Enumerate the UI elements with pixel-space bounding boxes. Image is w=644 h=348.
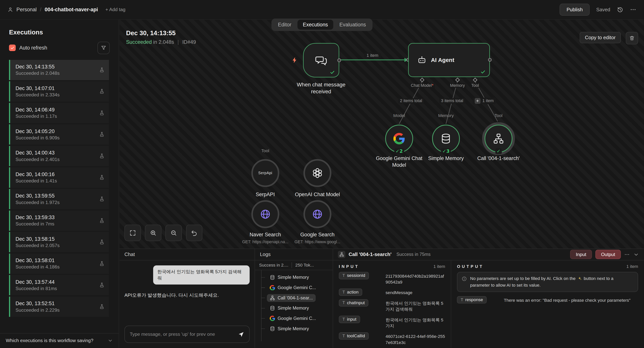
log-entry[interactable]: Simple Memory (255, 324, 330, 334)
flask-icon[interactable] (99, 196, 105, 202)
log-entry[interactable]: Simple Memory (255, 303, 330, 313)
node-ai-agent[interactable]: AI Agent (408, 43, 490, 77)
execution-list-item[interactable]: Dec 30, 13:58:01 Succeeded in 4.186s (9, 254, 109, 274)
executions-sidebar: Executions Auto refresh Dec 30, 14:13:55… (0, 20, 119, 348)
log-entry[interactable]: Google Gemini C... (255, 283, 330, 293)
execution-status: Succeeded in 81ms (16, 286, 57, 291)
undo-button[interactable] (186, 225, 202, 241)
send-icon[interactable] (238, 331, 244, 338)
logs-summary-row[interactable]: Success in 2.... 250 Tok... (255, 260, 333, 270)
node-call-004-1-search[interactable]: ✓ (484, 125, 512, 153)
copy-to-editor-button[interactable]: Copy to editor (580, 32, 621, 43)
execution-status: Succeeded in 2.229s (16, 308, 60, 313)
tab-editor[interactable]: Editor (272, 20, 297, 30)
flask-icon[interactable] (99, 218, 105, 223)
flask-icon[interactable] (99, 261, 105, 267)
input-heading: INPUT (339, 264, 359, 269)
node-when-chat-message-received[interactable] (303, 43, 339, 77)
flask-icon[interactable] (99, 132, 105, 137)
log-entry-selected[interactable]: Call '004-1-sear... (255, 293, 330, 303)
execution-list-item[interactable]: Dec 30, 14:07:01 Succeeded in 2.334s (9, 81, 109, 102)
database-icon (270, 306, 275, 311)
flask-icon[interactable] (99, 282, 105, 288)
execution-list-item[interactable]: Dec 30, 13:58:15 Succeeded in 2.057s (9, 232, 109, 252)
execution-id: ID#49 (182, 39, 196, 45)
breadcrumb-workspace[interactable]: Personal (16, 7, 37, 13)
auto-refresh-checkbox[interactable] (9, 44, 16, 51)
tab-executions[interactable]: Executions (298, 20, 333, 30)
log-entry[interactable]: Google Gemini C... (255, 313, 330, 324)
delete-execution-button[interactable] (626, 32, 638, 44)
flask-icon[interactable] (99, 153, 105, 159)
node-simple-memory[interactable]: ✓3 (432, 125, 460, 153)
sidebar-footer-question[interactable]: Which executions is this workflow saving… (0, 333, 119, 348)
flask-icon[interactable] (99, 174, 105, 180)
execution-list-item[interactable]: Dec 30, 13:52:51 Succeeded in 2.229s (9, 297, 109, 317)
trigger-output-port[interactable] (337, 58, 341, 62)
collapse-chevron-icon[interactable] (633, 252, 639, 257)
chevron-down-icon[interactable] (108, 338, 113, 343)
flask-icon[interactable] (99, 110, 105, 116)
database-icon (270, 275, 275, 280)
chat-message-input[interactable] (130, 332, 234, 337)
workflow-canvas[interactable]: Dec 30, 14:13:55 Succeeded in 2.048s | I… (120, 20, 644, 249)
execution-list-item[interactable]: Dec 30, 14:00:16 Succeeded in 1.41s (9, 167, 109, 187)
tool-port[interactable] (473, 78, 478, 82)
agent-output-port[interactable] (488, 58, 492, 62)
flask-icon[interactable] (99, 67, 105, 73)
execution-date: Dec 30, 14:05:20 (16, 129, 60, 134)
zoom-out-button[interactable] (166, 225, 182, 241)
input-column: INPUT 1 item TsessionId 2117930844d740b2… (333, 260, 452, 348)
chat-panel-title: Chat (124, 252, 135, 257)
node-openai-chat-model[interactable] (304, 159, 332, 187)
tool-branch-count: 1 item (482, 98, 494, 103)
execution-status: Succeeded in 1.17s (16, 114, 57, 119)
memory-branch-count: 3 items total (439, 98, 465, 104)
logs-summary-status: Success in 2.... (255, 263, 292, 268)
edge-items-label: 1 item (364, 52, 381, 58)
execution-list-item[interactable]: Dec 30, 14:00:43 Succeeded in 2.401s (9, 146, 109, 166)
output-toggle-button[interactable]: Output (595, 250, 621, 259)
run-count-badge: ✓ (495, 148, 502, 154)
chat-model-port-label: Chat Model (411, 83, 432, 88)
input-item-count: 1 item (434, 264, 445, 269)
flask-icon[interactable] (99, 239, 105, 245)
more-menu-icon[interactable] (630, 6, 636, 13)
execution-list-item[interactable]: Dec 30, 13:59:33 Succeeded in 7ms (9, 210, 109, 231)
publish-button[interactable]: Publish (560, 4, 590, 16)
chat-input-container (124, 326, 250, 343)
detail-more-icon[interactable] (624, 252, 630, 257)
flask-icon[interactable] (99, 304, 105, 310)
execution-list-item[interactable]: Dec 30, 13:57:44 Succeeded in 81ms (9, 275, 109, 295)
execution-list-item[interactable]: Dec 30, 14:06:49 Succeeded in 1.17s (9, 103, 109, 123)
flask-icon[interactable] (99, 89, 105, 94)
add-item-button[interactable] (474, 98, 480, 104)
fit-view-button[interactable] (124, 225, 141, 241)
execution-list: Dec 30, 14:13:55 Succeeded in 2.048s Dec… (0, 59, 119, 333)
google-icon (394, 133, 405, 144)
auto-refresh-label[interactable]: Auto refresh (19, 45, 47, 51)
zoom-in-button[interactable] (145, 225, 162, 241)
execution-list-item[interactable]: Dec 30, 13:59:55 Succeeded in 1.972s (9, 189, 109, 209)
model-branch-count: 2 items total (398, 98, 424, 104)
execution-list-item[interactable]: Dec 30, 14:13:55 Succeeded in 2.048s (9, 60, 109, 80)
workflow-name[interactable]: 004-chatbot-naver-api (44, 7, 98, 13)
node-serpapi[interactable]: SerpApi (251, 159, 279, 187)
tab-evaluations[interactable]: Evaluations (334, 20, 371, 30)
execution-list-item[interactable]: Dec 30, 14:05:20 Succeeded in 6.909s (9, 124, 109, 145)
filter-button[interactable] (98, 42, 110, 54)
node-google-search[interactable] (304, 200, 332, 228)
node-naver-search[interactable] (251, 200, 279, 228)
history-icon[interactable] (617, 6, 623, 13)
add-tag-button[interactable]: + Add tag (105, 7, 126, 12)
subnode-type-tool: Tool (494, 113, 502, 118)
chat-model-port[interactable] (420, 78, 424, 82)
breadcrumb-separator: / (40, 7, 41, 13)
log-entry[interactable]: Simple Memory (255, 272, 330, 283)
node-google-gemini-chat-model[interactable]: ✓2 (385, 125, 413, 153)
input-toggle-button[interactable]: Input (570, 250, 592, 259)
memory-port[interactable] (455, 78, 460, 82)
database-icon (440, 133, 452, 144)
execution-date: Dec 30, 13:57:44 (16, 279, 57, 285)
execution-status: Succeeded in 1.972s (16, 200, 60, 205)
